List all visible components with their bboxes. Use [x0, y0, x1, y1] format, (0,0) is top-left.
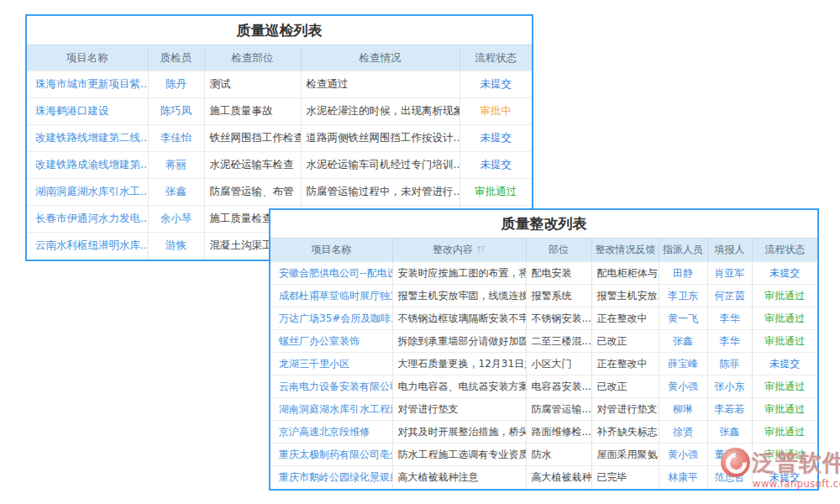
cell-reporter[interactable]: 陈菲 — [707, 353, 752, 375]
cell-project[interactable]: 长春市伊通河水力发电... — [27, 206, 148, 233]
reporter-link[interactable]: 张小东 — [715, 381, 745, 392]
inspector-link[interactable]: 游恢 — [165, 239, 186, 251]
cell-project[interactable]: 重庆市鹅岭公园绿化景观提升... — [270, 466, 392, 489]
cell-content: 电力电容器、电抗器安装方案,... — [392, 375, 526, 398]
project-link[interactable]: 龙湖三千里小区 — [279, 358, 349, 370]
assignee-link[interactable]: 林康平 — [668, 471, 698, 483]
cell-project[interactable]: 云南水利枢纽潜明水库... — [27, 233, 148, 260]
project-link[interactable]: 珠海鹤港口建设 — [35, 104, 109, 117]
project-link[interactable]: 云南电力设备安装有限公司20... — [279, 381, 392, 392]
table-row: 成都杜甫草堂临时展厅独立展...报警主机安放牢固，线缆连接...报警系统报警主机… — [270, 285, 817, 307]
table-row: 龙湖三千里小区大理石质量更换，12月31日之...小区大门正在整改中薛宝峰陈菲未… — [270, 353, 817, 375]
cell-project[interactable]: 湖南洞庭湖水库引水工程施工标 — [270, 398, 392, 421]
assignee-link[interactable]: 薛宝峰 — [668, 358, 698, 370]
column-header-label: 项目名称 — [66, 51, 108, 64]
cell-inspector[interactable]: 余小琴 — [148, 206, 204, 233]
reporter-link[interactable]: 何芷茵 — [715, 290, 745, 302]
sort-icon[interactable] — [476, 244, 486, 256]
reporter-link[interactable]: 李华 — [720, 312, 740, 324]
project-link[interactable]: 改建铁路成渝线增建第... — [35, 158, 148, 171]
cell-reporter[interactable]: 张鑫 — [707, 421, 752, 444]
assignee-link[interactable]: 张鑫 — [673, 335, 693, 347]
assignee-link[interactable]: 黄小强 — [668, 449, 698, 460]
cell-text: 配电安装 — [532, 267, 572, 279]
cell-project[interactable]: 安徽合肥供电公司--配电设备... — [270, 262, 392, 285]
project-link[interactable]: 重庆市鹅岭公园绿化景观提升... — [279, 471, 392, 483]
cell-reporter[interactable]: 何芷茵 — [707, 285, 752, 307]
cell-project[interactable]: 龙湖三千里小区 — [270, 353, 392, 375]
column-header-label: 部位 — [549, 244, 569, 255]
cell-inspector[interactable]: 李佳怡 — [148, 125, 204, 152]
reporter-link[interactable]: 肖亚军 — [715, 267, 745, 279]
cell-inspector[interactable]: 陈巧凤 — [148, 98, 204, 125]
cell-reporter[interactable]: 张小东 — [707, 375, 752, 398]
cell-reporter[interactable]: 李华 — [707, 330, 752, 353]
cell-project[interactable]: 珠海市城市更新项目紫... — [27, 71, 148, 98]
project-link[interactable]: 万达广场35#会所及咖啡厅空... — [279, 312, 392, 324]
cell-assignee[interactable]: 田静 — [659, 262, 707, 285]
reporter-link[interactable]: 李若若 — [715, 403, 745, 415]
project-link[interactable]: 成都杜甫草堂临时展厅独立展... — [279, 290, 392, 302]
cell-text: 测试 — [210, 77, 231, 90]
cell-project[interactable]: 湖南洞庭湖水库引水工... — [27, 179, 148, 206]
cell-assignee[interactable]: 柳琳 — [659, 398, 707, 421]
assignee-link[interactable]: 徐贤 — [673, 426, 693, 438]
column-header-content[interactable]: 整改内容 — [392, 239, 526, 262]
assignee-link[interactable]: 田静 — [673, 267, 693, 279]
cell-project[interactable]: 改建铁路成渝线增建第... — [27, 152, 148, 179]
cell-project[interactable]: 成都杜甫草堂临时展厅独立展... — [270, 285, 392, 307]
inspector-link[interactable]: 李佳怡 — [160, 131, 192, 144]
cell-project[interactable]: 重庆太极制药有限公司亳州中... — [270, 444, 392, 466]
cell-project[interactable]: 改建铁路线增建第二线... — [27, 125, 148, 152]
cell-project[interactable]: 京沪高速北京段维修 — [270, 421, 392, 444]
cell-assignee[interactable]: 黄小强 — [659, 375, 707, 398]
project-link[interactable]: 珠海市城市更新项目紫... — [35, 77, 148, 90]
cell-assignee[interactable]: 黄一飞 — [659, 307, 707, 330]
table-row: 改建铁路线增建第二线...李佳怡铁丝网围挡工作检查道路两侧铁丝网围挡工作按设计.… — [27, 125, 532, 152]
project-link[interactable]: 螺丝厂办公室装饰 — [279, 335, 360, 347]
cell-assignee[interactable]: 薛宝峰 — [659, 353, 707, 375]
cell-status: 审批通过 — [752, 285, 817, 307]
project-link[interactable]: 湖南洞庭湖水库引水工程施工标 — [279, 403, 392, 415]
inspector-link[interactable]: 张鑫 — [165, 185, 186, 197]
inspector-link[interactable]: 余小琴 — [160, 212, 192, 224]
cell-assignee[interactable]: 黄小强 — [659, 444, 707, 466]
project-link[interactable]: 改建铁路线增建第二线... — [35, 131, 148, 144]
cell-project[interactable]: 珠海鹤港口建设 — [27, 98, 148, 125]
cell-situation: 水泥砼灌注的时候，出现离析现象 — [301, 98, 459, 125]
assignee-link[interactable]: 黄一飞 — [668, 312, 698, 324]
inspector-link[interactable]: 陈丹 — [165, 77, 186, 90]
assignee-link[interactable]: 柳琳 — [673, 403, 693, 415]
project-link[interactable]: 云南水利枢纽潜明水库... — [35, 239, 148, 251]
cell-project[interactable]: 云南电力设备安装有限公司20... — [270, 375, 392, 398]
project-link[interactable]: 重庆太极制药有限公司亳州中... — [279, 449, 392, 460]
project-link[interactable]: 安徽合肥供电公司--配电设备... — [279, 267, 392, 279]
cell-reporter[interactable]: 肖亚军 — [707, 262, 752, 285]
inspector-link[interactable]: 陈巧凤 — [160, 104, 192, 117]
cell-assignee[interactable]: 张鑫 — [659, 330, 707, 353]
reporter-link[interactable]: 陈菲 — [720, 358, 740, 370]
cell-reporter[interactable]: 李若若 — [707, 398, 752, 421]
cell-assignee[interactable]: 林康平 — [659, 466, 707, 489]
cell-content: 不锈钢边框玻璃隔断安装不牢... — [392, 307, 526, 330]
cell-inspector[interactable]: 游恢 — [148, 233, 204, 260]
cell-project[interactable]: 螺丝厂办公室装饰 — [270, 330, 392, 353]
column-header-label: 指派人员 — [663, 244, 703, 255]
cell-inspector[interactable]: 张鑫 — [148, 179, 204, 206]
assignee-link[interactable]: 李卫东 — [668, 290, 698, 302]
project-link[interactable]: 长春市伊通河水力发电... — [35, 212, 148, 224]
column-header-situation: 检查情况 — [301, 45, 459, 71]
project-link[interactable]: 湖南洞庭湖水库引水工... — [35, 185, 148, 197]
assignee-link[interactable]: 黄小强 — [668, 381, 698, 392]
reporter-link[interactable]: 李华 — [720, 335, 740, 347]
cell-assignee[interactable]: 徐贤 — [659, 421, 707, 444]
reporter-link[interactable]: 张鑫 — [720, 426, 740, 438]
cell-reporter[interactable]: 李华 — [707, 307, 752, 330]
project-link[interactable]: 京沪高速北京段维修 — [279, 426, 370, 438]
inspector-link[interactable]: 蒋丽 — [165, 158, 186, 171]
cell-situation: 防腐管运输过程中，未对管进行... — [301, 179, 459, 206]
cell-project[interactable]: 万达广场35#会所及咖啡厅空... — [270, 307, 392, 330]
cell-assignee[interactable]: 李卫东 — [659, 285, 707, 307]
cell-inspector[interactable]: 蒋丽 — [148, 152, 204, 179]
cell-inspector[interactable]: 陈丹 — [148, 71, 204, 98]
